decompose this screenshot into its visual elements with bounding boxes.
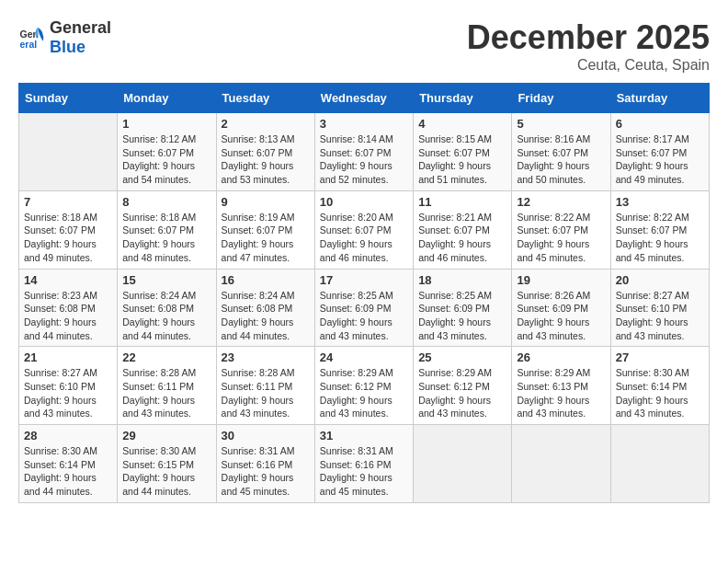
week-row-4: 21Sunrise: 8:27 AMSunset: 6:10 PMDayligh… [19, 347, 710, 425]
day-cell: 16Sunrise: 8:24 AMSunset: 6:08 PMDayligh… [216, 269, 314, 347]
day-info: Sunrise: 8:27 AMSunset: 6:10 PMDaylight:… [616, 289, 704, 343]
day-info: Sunrise: 8:12 AMSunset: 6:07 PMDaylight:… [122, 132, 210, 187]
day-cell: 18Sunrise: 8:25 AMSunset: 6:09 PMDayligh… [414, 269, 512, 347]
logo-general: General [50, 18, 111, 37]
day-cell: 11Sunrise: 8:21 AMSunset: 6:07 PMDayligh… [414, 190, 512, 269]
svg-text:eral: eral [20, 39, 38, 50]
day-info: Sunrise: 8:29 AMSunset: 6:13 PMDaylight:… [517, 366, 605, 420]
weekday-header-row: SundayMondayTuesdayWednesdayThursdayFrid… [19, 84, 710, 113]
day-number: 18 [418, 273, 506, 287]
title-area: December 2025 Ceuta, Ceuta, Spain [467, 18, 710, 74]
day-info: Sunrise: 8:29 AMSunset: 6:12 PMDaylight:… [418, 366, 506, 420]
day-cell [414, 425, 512, 503]
day-cell: 3Sunrise: 8:14 AMSunset: 6:07 PMDaylight… [314, 113, 413, 191]
day-number: 4 [418, 117, 506, 131]
day-info: Sunrise: 8:14 AMSunset: 6:07 PMDaylight:… [320, 132, 408, 187]
weekday-header-wednesday: Wednesday [314, 84, 413, 113]
day-cell: 15Sunrise: 8:24 AMSunset: 6:08 PMDayligh… [118, 269, 216, 347]
day-info: Sunrise: 8:30 AMSunset: 6:14 PMDaylight:… [24, 444, 112, 499]
day-cell: 2Sunrise: 8:13 AMSunset: 6:07 PMDaylight… [216, 113, 314, 191]
day-number: 8 [122, 195, 210, 209]
day-number: 7 [24, 195, 112, 209]
day-number: 24 [320, 350, 408, 364]
day-cell: 22Sunrise: 8:28 AMSunset: 6:11 PMDayligh… [118, 347, 216, 425]
week-row-2: 7Sunrise: 8:18 AMSunset: 6:07 PMDaylight… [19, 190, 710, 269]
day-number: 5 [517, 117, 605, 131]
day-cell: 8Sunrise: 8:18 AMSunset: 6:07 PMDaylight… [118, 190, 216, 269]
day-cell [512, 425, 610, 503]
day-cell: 25Sunrise: 8:29 AMSunset: 6:12 PMDayligh… [414, 347, 512, 425]
day-cell: 30Sunrise: 8:31 AMSunset: 6:16 PMDayligh… [216, 425, 314, 503]
day-number: 26 [517, 350, 605, 364]
day-number: 20 [616, 273, 704, 287]
day-info: Sunrise: 8:19 AMSunset: 6:07 PMDaylight:… [222, 211, 310, 265]
day-cell: 7Sunrise: 8:18 AMSunset: 6:07 PMDaylight… [19, 190, 118, 269]
day-info: Sunrise: 8:31 AMSunset: 6:16 PMDaylight:… [320, 444, 408, 499]
weekday-header-tuesday: Tuesday [216, 84, 314, 113]
day-number: 29 [122, 429, 210, 442]
day-info: Sunrise: 8:24 AMSunset: 6:08 PMDaylight:… [222, 289, 310, 343]
day-info: Sunrise: 8:21 AMSunset: 6:07 PMDaylight:… [418, 211, 506, 265]
day-cell: 5Sunrise: 8:16 AMSunset: 6:07 PMDaylight… [512, 113, 610, 191]
week-row-3: 14Sunrise: 8:23 AMSunset: 6:08 PMDayligh… [19, 269, 710, 347]
week-row-1: 1Sunrise: 8:12 AMSunset: 6:07 PMDaylight… [19, 113, 710, 191]
day-number: 3 [320, 117, 408, 131]
day-number: 1 [122, 117, 210, 131]
day-number: 15 [122, 273, 210, 287]
week-row-5: 28Sunrise: 8:30 AMSunset: 6:14 PMDayligh… [19, 425, 710, 503]
day-info: Sunrise: 8:16 AMSunset: 6:07 PMDaylight:… [517, 132, 605, 187]
day-info: Sunrise: 8:24 AMSunset: 6:08 PMDaylight:… [122, 289, 210, 343]
day-cell: 4Sunrise: 8:15 AMSunset: 6:07 PMDaylight… [414, 113, 512, 191]
day-info: Sunrise: 8:26 AMSunset: 6:09 PMDaylight:… [517, 289, 605, 343]
month-title: December 2025 [467, 18, 710, 57]
day-cell: 29Sunrise: 8:30 AMSunset: 6:15 PMDayligh… [118, 425, 216, 503]
day-info: Sunrise: 8:13 AMSunset: 6:07 PMDaylight:… [222, 132, 310, 187]
day-number: 28 [24, 429, 112, 442]
day-info: Sunrise: 8:18 AMSunset: 6:07 PMDaylight:… [122, 211, 210, 265]
calendar-body: 1Sunrise: 8:12 AMSunset: 6:07 PMDaylight… [19, 113, 710, 503]
day-info: Sunrise: 8:27 AMSunset: 6:10 PMDaylight:… [24, 366, 112, 420]
day-cell: 9Sunrise: 8:19 AMSunset: 6:07 PMDaylight… [216, 190, 314, 269]
day-info: Sunrise: 8:28 AMSunset: 6:11 PMDaylight:… [122, 366, 210, 420]
day-cell: 13Sunrise: 8:22 AMSunset: 6:07 PMDayligh… [610, 190, 709, 269]
day-cell: 24Sunrise: 8:29 AMSunset: 6:12 PMDayligh… [314, 347, 413, 425]
weekday-header-sunday: Sunday [19, 84, 118, 113]
weekday-header-friday: Friday [512, 84, 610, 113]
day-number: 13 [616, 195, 704, 209]
day-info: Sunrise: 8:18 AMSunset: 6:07 PMDaylight:… [24, 211, 112, 265]
day-number: 27 [616, 350, 704, 364]
day-cell: 26Sunrise: 8:29 AMSunset: 6:13 PMDayligh… [512, 347, 610, 425]
day-number: 25 [418, 350, 506, 364]
day-info: Sunrise: 8:28 AMSunset: 6:11 PMDaylight:… [222, 366, 310, 420]
day-cell: 23Sunrise: 8:28 AMSunset: 6:11 PMDayligh… [216, 347, 314, 425]
day-cell: 14Sunrise: 8:23 AMSunset: 6:08 PMDayligh… [19, 269, 118, 347]
day-number: 31 [320, 429, 408, 442]
day-number: 6 [616, 117, 704, 131]
day-cell [19, 113, 118, 191]
day-number: 23 [222, 350, 310, 364]
weekday-header-saturday: Saturday [610, 84, 709, 113]
day-number: 17 [320, 273, 408, 287]
day-info: Sunrise: 8:30 AMSunset: 6:14 PMDaylight:… [616, 366, 704, 420]
day-number: 11 [418, 195, 506, 209]
location-title: Ceuta, Ceuta, Spain [467, 57, 710, 74]
day-info: Sunrise: 8:25 AMSunset: 6:09 PMDaylight:… [418, 289, 506, 343]
day-info: Sunrise: 8:23 AMSunset: 6:08 PMDaylight:… [24, 289, 112, 343]
day-number: 9 [222, 195, 310, 209]
day-info: Sunrise: 8:22 AMSunset: 6:07 PMDaylight:… [616, 211, 704, 265]
day-cell: 31Sunrise: 8:31 AMSunset: 6:16 PMDayligh… [314, 425, 413, 503]
day-cell: 28Sunrise: 8:30 AMSunset: 6:14 PMDayligh… [19, 425, 118, 503]
day-cell: 6Sunrise: 8:17 AMSunset: 6:07 PMDaylight… [610, 113, 709, 191]
day-number: 12 [517, 195, 605, 209]
day-cell: 19Sunrise: 8:26 AMSunset: 6:09 PMDayligh… [512, 269, 610, 347]
day-number: 2 [222, 117, 310, 131]
logo-icon: Gen eral [18, 24, 46, 52]
day-info: Sunrise: 8:17 AMSunset: 6:07 PMDaylight:… [616, 132, 704, 187]
day-cell: 10Sunrise: 8:20 AMSunset: 6:07 PMDayligh… [314, 190, 413, 269]
day-number: 21 [24, 350, 112, 364]
day-number: 10 [320, 195, 408, 209]
logo-text: General Blue [50, 18, 111, 57]
weekday-header-thursday: Thursday [414, 84, 512, 113]
day-cell: 12Sunrise: 8:22 AMSunset: 6:07 PMDayligh… [512, 190, 610, 269]
day-number: 14 [24, 273, 112, 287]
